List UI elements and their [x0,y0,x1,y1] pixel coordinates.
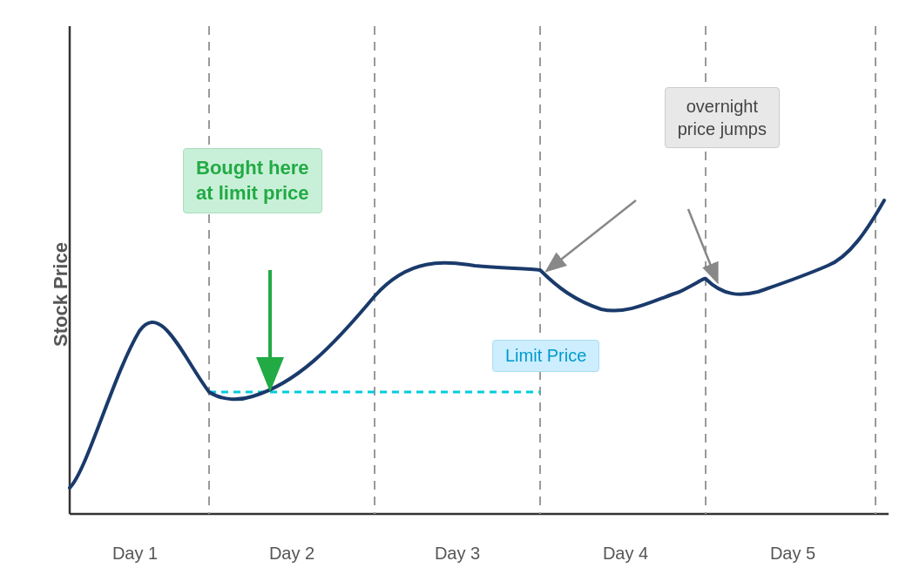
bought-annotation: Bought hereat limit price [183,148,322,213]
chart-container: Stock Price [0,0,906,588]
day-label-1: Day 1 [112,544,158,564]
overnight-annotation: overnightprice jumps [665,87,780,148]
svg-line-11 [553,200,636,266]
day-label-2: Day 2 [269,544,314,564]
day-label-4: Day 4 [603,544,648,564]
day-label-5: Day 5 [770,544,815,564]
limit-price-annotation: Limit Price [492,340,599,372]
day-label-3: Day 3 [435,544,480,564]
svg-line-12 [688,209,714,274]
